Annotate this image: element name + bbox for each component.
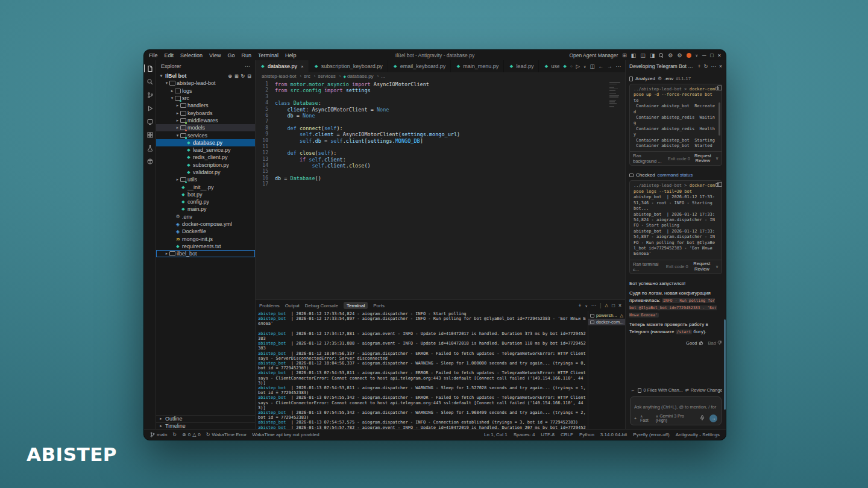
tree-item[interactable]: bot.py — [156, 191, 255, 198]
breadcrumb-item[interactable]: services — [318, 74, 343, 79]
wakatime-error[interactable]: ↻ WakaTime Error — [206, 432, 247, 437]
status-item[interactable]: UTF-8 — [541, 432, 555, 437]
menu-item[interactable]: Run — [241, 52, 251, 58]
status-item[interactable]: Ln 1, Col 1 — [484, 432, 508, 437]
docs-icon[interactable] — [146, 157, 154, 165]
run-dropdown-icon[interactable]: ∨ — [583, 64, 586, 69]
terminal-list-item[interactable]: docker-com... — [588, 319, 625, 325]
copy-icon[interactable] — [715, 87, 719, 90]
split-editor-icon[interactable]: ◫ — [590, 63, 594, 69]
new-terminal-icon[interactable]: + — [578, 302, 581, 308]
extensions-icon[interactable] — [146, 131, 154, 139]
tree-item[interactable]: mongo-init.js — [156, 236, 255, 243]
block-scrollbar[interactable] — [719, 102, 720, 136]
tree-item[interactable]: __init__.py — [156, 183, 255, 190]
avatar-chevron-icon[interactable]: ∨ — [696, 53, 698, 57]
close-button[interactable]: × — [718, 52, 721, 58]
menu-item[interactable]: Selection — [180, 52, 203, 58]
sidebar-section[interactable]: ▸Outline — [156, 415, 255, 422]
good-feedback-button[interactable]: Good — [686, 340, 703, 346]
panel-tab[interactable]: Terminal — [344, 302, 368, 309]
mic-icon[interactable] — [700, 415, 705, 421]
files-with-changes[interactable]: 0 Files With Chan... — [644, 387, 683, 393]
status-item[interactable]: 3.14.0 64-bit — [600, 432, 627, 437]
panel-tab[interactable]: Output — [285, 303, 300, 308]
avatar[interactable] — [687, 53, 691, 58]
breadcrumb-item[interactable]: ◆database.py — [343, 74, 381, 79]
request-review-button[interactable]: Request Review — [693, 154, 713, 164]
tree-item[interactable]: ▾ services — [156, 131, 255, 139]
terminal-output[interactable]: abistep_bot | 2026-01-12 17:33:54,824 - … — [256, 311, 588, 429]
source-control-icon[interactable] — [146, 91, 154, 99]
panel-more-icon[interactable]: ⋯ — [591, 302, 597, 308]
breadcrumb-item[interactable]: src — [304, 74, 318, 79]
editor-more-icon[interactable]: ⋯ — [616, 63, 621, 69]
sidebar-section[interactable]: ▸Timeline — [156, 422, 255, 430]
back-icon[interactable]: ← — [599, 63, 604, 69]
refresh-explorer-icon[interactable]: ↻ — [241, 74, 245, 79]
minimap[interactable] — [609, 82, 623, 108]
analyzed-file[interactable]: .env — [664, 76, 673, 81]
explorer-icon[interactable] — [146, 64, 154, 72]
editor-tab[interactable]: database.py × — [256, 60, 309, 72]
search-icon[interactable] — [659, 53, 664, 58]
customize-layout-icon[interactable]: ⊞ — [622, 52, 627, 58]
tree-item[interactable]: requirements.txt — [156, 243, 255, 250]
status-item[interactable]: Antigravity - Settings — [676, 432, 720, 437]
tree-item[interactable]: ▸ models — [156, 124, 255, 131]
agent-input-box[interactable]: + ∧ Fast ∧ Gemini 3 Pro (High) → — [630, 396, 722, 425]
editor-tab[interactable]: lead.py — [504, 60, 539, 72]
ask-input[interactable] — [634, 404, 717, 410]
toggle-panel-icon[interactable]: ◫ — [640, 52, 646, 58]
tree-item[interactable]: ▾ src — [156, 95, 255, 102]
collapse-folders-icon[interactable]: ⊟ — [247, 74, 251, 79]
model-selector[interactable]: ∧ Gemini 3 Pro (High) — [656, 414, 696, 422]
new-file-icon[interactable]: ⊕ — [228, 74, 232, 79]
review-changes-button[interactable]: Review Changes — [691, 387, 722, 393]
tree-item[interactable]: ▸ logs — [156, 87, 255, 95]
open-agent-manager-button[interactable]: Open Agent Manager — [569, 52, 618, 58]
settings-gear-icon[interactable]: ⚙ — [668, 52, 673, 58]
history-icon[interactable]: ↻ — [703, 63, 708, 69]
agent-more-icon[interactable]: ⋯ — [711, 63, 717, 69]
menu-item[interactable]: Edit — [165, 52, 174, 58]
editor-tab[interactable]: email_keyboard.py — [388, 60, 451, 72]
menu-item[interactable]: Help — [285, 52, 297, 58]
new-conversation-icon[interactable]: + — [697, 63, 700, 69]
terminal-list-item[interactable]: powersh... △ — [588, 312, 625, 319]
editor-tab[interactable]: user_state.py — [539, 60, 559, 72]
tree-item[interactable]: main.py — [156, 205, 255, 213]
tree-item[interactable]: ▸ middlewares — [156, 117, 255, 124]
review-chevron-icon[interactable]: ∨ — [715, 264, 719, 269]
tree-item[interactable]: config.py — [156, 198, 255, 205]
tree-item[interactable]: ▸ handlers — [156, 102, 255, 109]
minimize-button[interactable]: ─ — [702, 52, 706, 58]
toggle-secondary-sidebar-icon[interactable]: ◨ — [650, 52, 655, 58]
run-debug-icon[interactable] — [146, 104, 154, 112]
command-block[interactable]: ../abistep-lead-bot > docker-compose up … — [630, 84, 722, 151]
panel-tab[interactable]: Debug Console — [305, 303, 338, 308]
mode-selector[interactable]: ∧ Fast — [640, 414, 652, 422]
review-chevron-icon[interactable]: ∨ — [715, 156, 719, 161]
tree-item[interactable]: ▾ abistep-lead-bot — [156, 80, 255, 87]
editor-tab[interactable]: subscription_keyboard.py — [309, 60, 388, 72]
bad-feedback-button[interactable]: Bad — [708, 340, 722, 346]
tree-item[interactable]: database.py — [156, 139, 255, 146]
tree-item[interactable]: lead_service.py — [156, 146, 255, 154]
status-item[interactable]: Spaces: 4 — [514, 432, 535, 437]
remote-explorer-icon[interactable] — [146, 117, 154, 125]
menu-item[interactable]: View — [209, 52, 221, 58]
tree-item[interactable]: ▸ utils — [156, 176, 255, 183]
command-block[interactable]: ../abistep-lead-bot > docker-compose log… — [630, 181, 722, 259]
tree-item[interactable]: docker-compose.yml — [156, 221, 255, 228]
breadcrumb-item[interactable]: ... — [381, 74, 385, 79]
maximize-panel-icon[interactable]: □ — [612, 302, 615, 308]
run-file-icon[interactable]: ▷ — [576, 63, 580, 69]
code-editor[interactable]: 1 from motor.motor_asyncio import AsyncI… — [256, 80, 625, 299]
tree-item[interactable]: subscription.py — [156, 161, 255, 169]
testing-icon[interactable] — [146, 144, 154, 152]
tree-item[interactable]: ▾ IlBel bot ⊕ ⊞ ↻ ⊟ — [156, 72, 255, 80]
problems-indicator[interactable]: ⊗ 0 △ 0 — [182, 432, 201, 437]
panel-tab[interactable]: Problems — [259, 303, 280, 308]
forward-icon[interactable]: → — [607, 63, 612, 69]
